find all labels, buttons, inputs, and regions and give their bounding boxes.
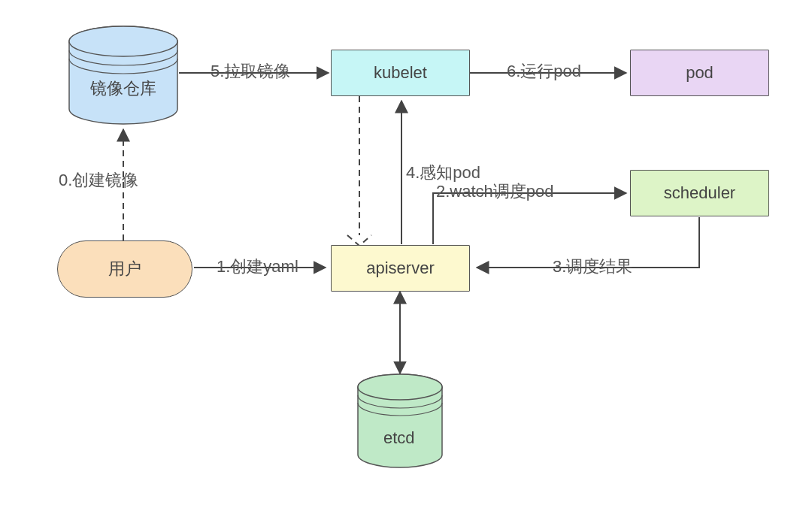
user-node: 用户 <box>57 240 192 298</box>
edge-step1-label: 1.创建yaml <box>217 256 298 278</box>
svg-point-3 <box>358 374 442 400</box>
kubelet-label: kubelet <box>374 63 427 83</box>
svg-point-2 <box>358 374 442 400</box>
image-repo-db-icon <box>69 26 177 124</box>
apiserver-label: apiserver <box>366 259 434 278</box>
pod-node: pod <box>630 50 769 96</box>
edge-step3-label: 3.调度结果 <box>553 256 632 278</box>
svg-point-0 <box>69 26 177 56</box>
edge-step6-label: 6.运行pod <box>507 60 581 83</box>
edge-step5-label: 5.拉取镜像 <box>211 60 290 83</box>
pod-label: pod <box>686 63 714 83</box>
etcd-label: etcd <box>383 428 415 448</box>
edge-step4-label: 4.感知pod <box>406 162 480 184</box>
scheduler-node: scheduler <box>630 170 769 216</box>
image-repo-label: 镜像仓库 <box>90 77 156 100</box>
scheduler-label: scheduler <box>664 183 735 203</box>
user-label: 用户 <box>108 258 141 280</box>
etcd-db-icon <box>358 374 442 467</box>
kubelet-node: kubelet <box>331 50 470 96</box>
apiserver-node: apiserver <box>331 245 470 292</box>
svg-point-1 <box>69 26 177 56</box>
edge-step0-label: 0.创建镜像 <box>59 169 138 192</box>
